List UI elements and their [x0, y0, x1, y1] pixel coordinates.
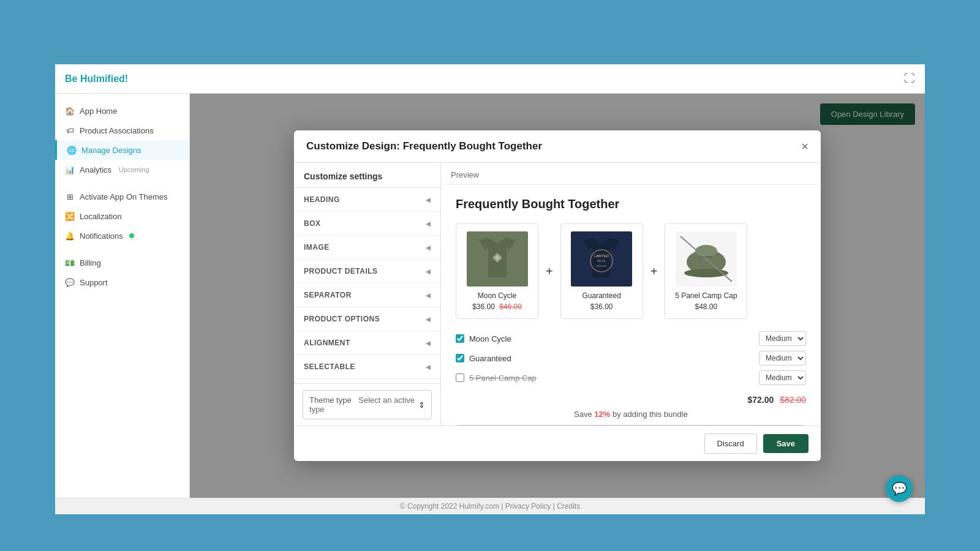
sidebar-label-localization: Localization	[80, 212, 122, 221]
settings-item-product-details[interactable]: PRODUCT DETAILS ◀	[294, 260, 440, 283]
settings-item-alignment[interactable]: ALIGNMENT ◀	[294, 331, 440, 355]
settings-item-box[interactable]: BOX ◀	[294, 212, 440, 236]
sidebar-item-localization[interactable]: 🔀 Localization	[55, 206, 189, 226]
product-card-moon-cycle: Moon Cycle $36.00 $46.00	[456, 223, 538, 319]
settings-label-product-options: PRODUCT OPTIONS	[304, 315, 380, 323]
checkbox-camp-cap[interactable]	[456, 373, 464, 382]
customize-settings-title: Customize settings	[294, 163, 440, 187]
chat-icon: 💬	[892, 481, 907, 496]
total-original-price: $82.00	[780, 395, 806, 405]
product-name-guaranteed: Guaranteed	[568, 291, 635, 300]
settings-item-add-to-cart[interactable]: ADD TO CART ◀	[294, 379, 440, 383]
dropdown-arrow-icon: ⇕	[418, 400, 425, 410]
customize-panel: Customize settings HEADING ◀ BOX ◀	[294, 163, 441, 425]
settings-item-separator[interactable]: SEPARATOR ◀	[294, 283, 440, 307]
moon-cycle-shirt-svg	[467, 231, 528, 287]
chevron-icon-selectable: ◀	[426, 364, 431, 370]
theme-type-label: Theme type Select an active type	[309, 395, 418, 414]
product-name-moon-cycle: Moon Cycle	[464, 291, 530, 300]
settings-item-selectable[interactable]: SELECTABLE ◀	[294, 355, 440, 379]
preview-content: Frequently Bought Together	[441, 185, 821, 425]
price-guaranteed: $36.00	[590, 302, 613, 311]
app-brand: Be Hulmified!	[65, 73, 128, 84]
fbt-title: Frequently Bought Together	[456, 197, 806, 211]
app-container: Be Hulmified! ⛶ 🏠 App Home 🏷 Product Ass…	[55, 64, 925, 514]
product-card-guaranteed: LIMITED BLUE EDITION Guaranteed $36.00	[560, 223, 643, 319]
sidebar-item-manage-designs[interactable]: 🌐 Manage Designs	[55, 140, 189, 160]
settings-label-heading: HEADING	[304, 195, 340, 204]
size-select-moon-cycle[interactable]: Medium Small Large	[759, 331, 806, 346]
app-footer: © Copyright 2022 Hulmify.com | Privacy P…	[55, 498, 925, 514]
bell-icon: 🔔	[65, 231, 75, 241]
option-label-moon-cycle: Moon Cycle	[469, 334, 754, 343]
chevron-icon-box: ◀	[426, 220, 431, 227]
billing-icon: 💵	[65, 258, 75, 268]
sidebar-label-activate-app: Activate App On Themes	[80, 192, 168, 201]
option-moon-cycle: Moon Cycle Medium Small Large	[456, 331, 806, 346]
sidebar-item-activate-app[interactable]: ⊞ Activate App On Themes	[55, 187, 189, 206]
checkbox-moon-cycle[interactable]	[456, 334, 464, 343]
size-select-guaranteed[interactable]: Medium Small Large	[759, 351, 806, 365]
save-word: Save	[574, 410, 592, 419]
modal-body: Customize settings HEADING ◀ BOX ◀	[294, 163, 821, 425]
sidebar-item-support[interactable]: 💬 Support	[55, 272, 189, 292]
analytics-icon: 📊	[65, 165, 75, 174]
sidebar-item-analytics[interactable]: 📊 Analytics Upcoming	[55, 160, 189, 179]
checkbox-guaranteed[interactable]	[456, 354, 464, 362]
price-summary: $72.00 $82.00	[456, 395, 806, 405]
home-icon: 🏠	[65, 106, 75, 116]
footer-copyright: © Copyright 2022 Hulmify.com | Privacy P…	[400, 502, 580, 511]
theme-type-bar: Theme type Select an active type ⇕	[294, 383, 440, 425]
settings-item-image[interactable]: IMAGE ◀	[294, 236, 440, 260]
settings-label-product-details: PRODUCT DETAILS	[304, 267, 378, 276]
chevron-icon-heading: ◀	[426, 197, 431, 203]
modal-overlay: Customize Design: Frequently Bought Toge…	[190, 94, 925, 498]
settings-label-box: BOX	[304, 219, 321, 228]
fullscreen-icon[interactable]: ⛶	[904, 72, 915, 85]
price-moon-cycle: $36.00	[472, 302, 495, 311]
sidebar-item-notifications[interactable]: 🔔 Notifications	[55, 226, 189, 246]
sidebar-item-product-associations[interactable]: 🏷 Product Associations	[55, 121, 189, 140]
option-camp-cap: 5 Panel Camp Cap Medium Small Large	[456, 370, 806, 385]
main-content: Open Design Library Customize Design: Fr…	[190, 94, 925, 498]
settings-label-image: IMAGE	[304, 243, 330, 252]
theme-type-select[interactable]: Theme type Select an active type ⇕	[303, 390, 432, 419]
chat-bubble[interactable]: 💬	[886, 475, 913, 502]
sidebar-item-app-home[interactable]: 🏠 App Home	[55, 101, 189, 121]
guaranteed-shirt-svg: LIMITED BLUE EDITION	[571, 231, 632, 287]
sidebar-item-billing[interactable]: 💵 Billing	[55, 253, 189, 272]
save-percentage: 12%	[594, 410, 610, 419]
svg-text:BLUE: BLUE	[598, 259, 606, 263]
plus-separator-1: +	[543, 264, 556, 279]
settings-item-product-options[interactable]: PRODUCT OPTIONS ◀	[294, 307, 440, 331]
product-price-guaranteed: $36.00	[568, 302, 635, 311]
save-suffix: by adding this bundle	[612, 410, 688, 419]
settings-item-heading[interactable]: HEADING ◀	[294, 188, 440, 212]
sidebar-label-analytics: Analytics	[80, 165, 111, 174]
modal-close-button[interactable]: ×	[801, 140, 809, 152]
add-to-cart-button[interactable]: Add items to cart	[456, 425, 806, 425]
price-camp-cap: $48.00	[695, 302, 718, 311]
product-img-camp-cap	[676, 231, 737, 287]
save-button[interactable]: Save	[763, 434, 809, 453]
globe-icon: 🌐	[67, 145, 77, 155]
products-row: Moon Cycle $36.00 $46.00 +	[456, 223, 806, 319]
original-price-moon-cycle: $46.00	[499, 302, 522, 311]
analytics-badge: Upcoming	[119, 166, 149, 173]
chevron-icon-alignment: ◀	[426, 340, 431, 347]
svg-text:EDITION: EDITION	[597, 264, 606, 268]
notifications-dot	[129, 233, 134, 238]
product-card-camp-cap: 5 Panel Camp Cap $48.00	[665, 223, 747, 319]
size-select-camp-cap[interactable]: Medium Small Large	[759, 370, 806, 385]
tag-icon: 🏷	[65, 126, 75, 135]
save-bundle-text: Save 12% by adding this bundle	[456, 410, 806, 419]
product-price-camp-cap: $48.00	[673, 302, 739, 311]
modal-header: Customize Design: Frequently Bought Toge…	[294, 130, 821, 163]
option-label-guaranteed: Guaranteed	[469, 354, 754, 363]
sidebar: 🏠 App Home 🏷 Product Associations 🌐 Mana…	[55, 94, 190, 498]
chevron-icon-product-options: ◀	[426, 316, 431, 323]
settings-label-alignment: ALIGNMENT	[304, 339, 350, 347]
settings-label-selectable: SELECTABLE	[304, 362, 355, 371]
brand-name: Hulmified!	[80, 73, 128, 84]
discard-button[interactable]: Discard	[704, 433, 757, 454]
